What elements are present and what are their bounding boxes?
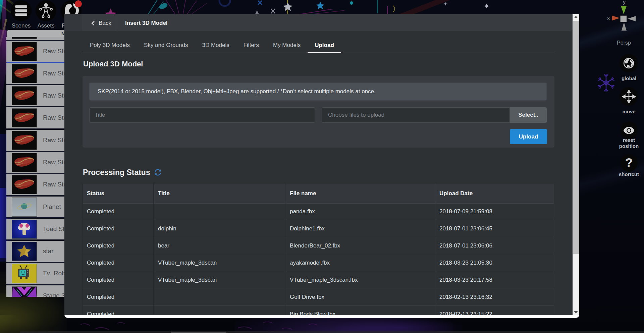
svg-text:x: x: [607, 16, 610, 21]
svg-text:y: y: [623, 1, 626, 5]
